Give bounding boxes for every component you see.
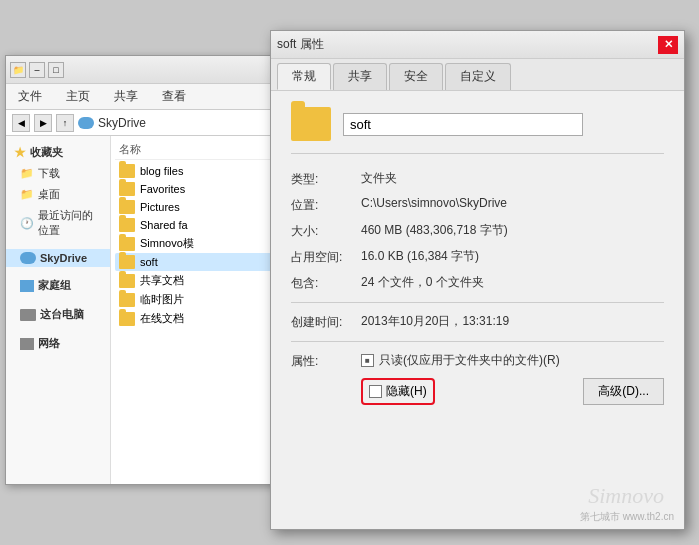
sidebar-item-recent[interactable]: 🕐 最近访问的位置 bbox=[6, 205, 110, 241]
prop-size: 大小: 460 MB (483,306,718 字节) bbox=[291, 222, 664, 240]
computer-icon bbox=[20, 309, 36, 321]
folder-icon bbox=[119, 274, 135, 288]
attr-hidden-label: 隐藏(H) bbox=[386, 383, 427, 400]
content-area: ★ 收藏夹 📁 下载 📁 桌面 🕐 最近访问的位置 SkyDrive bbox=[6, 136, 279, 484]
prop-separator-2 bbox=[291, 341, 664, 342]
file-item[interactable]: 共享文档 bbox=[115, 271, 275, 290]
sidebar-item-download[interactable]: 📁 下载 bbox=[6, 163, 110, 184]
prop-contains: 包含: 24 个文件，0 个文件夹 bbox=[291, 274, 664, 292]
minimize-btn[interactable]: – bbox=[29, 62, 45, 78]
breadcrumb: SkyDrive bbox=[98, 116, 146, 130]
prop-separator bbox=[291, 302, 664, 303]
prop-created: 创建时间: 2013年10月20日，13:31:19 bbox=[291, 313, 664, 331]
explorer-window: 📁 – □ 文件 主页 共享 查看 ◀ ▶ ↑ SkyDrive ★ 收藏夹 📁… bbox=[5, 55, 280, 485]
sidebar-item-skydrive[interactable]: SkyDrive bbox=[6, 249, 110, 267]
file-list: 名称 blog files Favorites Pictures Shared … bbox=[111, 136, 279, 484]
dialog-content: 类型: 文件夹 位置: C:\Users\simnovo\SkyDrive 大小… bbox=[271, 91, 684, 529]
prop-type: 类型: 文件夹 bbox=[291, 170, 664, 188]
properties-dialog: soft 属性 ✕ 常规 共享 安全 自定义 类型: 文件夹 位置: C:\Us… bbox=[270, 30, 685, 530]
tab-customize[interactable]: 自定义 bbox=[445, 63, 511, 90]
cloud-icon bbox=[20, 252, 36, 264]
dialog-title-bar: soft 属性 ✕ bbox=[271, 31, 684, 59]
sidebar-divider-3 bbox=[6, 296, 110, 304]
attr-row-readonly: 属性: 只读(仅应用于文件夹中的文件)(R) bbox=[291, 352, 664, 370]
ribbon-tab-view[interactable]: 查看 bbox=[150, 84, 198, 109]
dialog-title: soft 属性 bbox=[277, 36, 324, 53]
folder-icon-large bbox=[291, 107, 331, 141]
explorer-title-bar: 📁 – □ bbox=[6, 56, 279, 84]
folder-icon bbox=[119, 164, 135, 178]
file-item-soft[interactable]: soft bbox=[115, 253, 275, 271]
folder-icon-small: 📁 bbox=[20, 167, 34, 180]
tab-share[interactable]: 共享 bbox=[333, 63, 387, 90]
title-bar-icons: 📁 – □ bbox=[10, 62, 64, 78]
tab-security[interactable]: 安全 bbox=[389, 63, 443, 90]
forward-btn[interactable]: ▶ bbox=[34, 114, 52, 132]
recent-icon: 🕐 bbox=[20, 217, 34, 230]
prop-disk-size: 占用空间: 16.0 KB (16,384 字节) bbox=[291, 248, 664, 266]
folder-icon-small: 📁 bbox=[20, 188, 34, 201]
folder-header bbox=[291, 107, 664, 154]
advanced-btn[interactable]: 高级(D)... bbox=[583, 378, 664, 405]
attr-readonly-checkbox[interactable] bbox=[361, 354, 374, 367]
file-item[interactable]: Simnovo模 bbox=[115, 234, 275, 253]
star-icon: ★ bbox=[14, 145, 26, 160]
sidebar-favorites-header: ★ 收藏夹 bbox=[6, 142, 110, 163]
file-item[interactable]: Favorites bbox=[115, 180, 275, 198]
file-item[interactable]: Shared fa bbox=[115, 216, 275, 234]
address-bar: ◀ ▶ ↑ SkyDrive bbox=[6, 110, 279, 136]
up-btn[interactable]: ↑ bbox=[56, 114, 74, 132]
sidebar-item-network[interactable]: 网络 bbox=[6, 333, 110, 354]
network-icon bbox=[20, 338, 34, 350]
sidebar-item-desktop[interactable]: 📁 桌面 bbox=[6, 184, 110, 205]
folder-name-input[interactable] bbox=[343, 113, 583, 136]
ribbon: 文件 主页 共享 查看 bbox=[6, 84, 279, 110]
folder-icon bbox=[119, 293, 135, 307]
attr-hidden-container: 隐藏(H) bbox=[361, 378, 435, 405]
file-list-header: 名称 bbox=[115, 140, 275, 160]
skydrive-icon bbox=[78, 117, 94, 129]
window-icon: 📁 bbox=[10, 62, 26, 78]
site-watermark: 第七城市 www.th2.cn bbox=[580, 510, 674, 524]
sidebar-item-homegroup[interactable]: 家庭组 bbox=[6, 275, 110, 296]
back-btn[interactable]: ◀ bbox=[12, 114, 30, 132]
attr-hidden-row: 隐藏(H) 高级(D)... bbox=[291, 378, 664, 405]
prop-location: 位置: C:\Users\simnovo\SkyDrive bbox=[291, 196, 664, 214]
folder-icon bbox=[119, 312, 135, 326]
attr-readonly-container: 只读(仅应用于文件夹中的文件)(R) bbox=[361, 352, 560, 369]
attr-hidden-highlight: 隐藏(H) bbox=[361, 378, 435, 405]
dialog-close-btn[interactable]: ✕ bbox=[658, 36, 678, 54]
homegroup-icon bbox=[20, 280, 34, 292]
file-item[interactable]: 在线文档 bbox=[115, 309, 275, 328]
file-item[interactable]: Pictures bbox=[115, 198, 275, 216]
ribbon-tab-home[interactable]: 主页 bbox=[54, 84, 102, 109]
dialog-tabs: 常规 共享 安全 自定义 bbox=[271, 59, 684, 91]
sidebar-divider-2 bbox=[6, 267, 110, 275]
sidebar: ★ 收藏夹 📁 下载 📁 桌面 🕐 最近访问的位置 SkyDrive bbox=[6, 136, 111, 484]
sidebar-divider-4 bbox=[6, 325, 110, 333]
folder-icon bbox=[119, 237, 135, 251]
sidebar-divider-1 bbox=[6, 241, 110, 249]
folder-icon bbox=[119, 200, 135, 214]
attr-hidden-checkbox[interactable] bbox=[369, 385, 382, 398]
folder-icon bbox=[119, 218, 135, 232]
attributes-section: 属性: 只读(仅应用于文件夹中的文件)(R) 隐藏(H) 高级(D)... bbox=[291, 352, 664, 405]
watermark: Simnovo bbox=[588, 483, 664, 509]
folder-icon bbox=[119, 255, 135, 269]
sidebar-item-thispc[interactable]: 这台电脑 bbox=[6, 304, 110, 325]
file-item[interactable]: blog files bbox=[115, 162, 275, 180]
folder-icon bbox=[119, 182, 135, 196]
ribbon-tab-file[interactable]: 文件 bbox=[6, 84, 54, 109]
maximize-btn[interactable]: □ bbox=[48, 62, 64, 78]
tab-general[interactable]: 常规 bbox=[277, 63, 331, 90]
ribbon-tab-share[interactable]: 共享 bbox=[102, 84, 150, 109]
file-item[interactable]: 临时图片 bbox=[115, 290, 275, 309]
